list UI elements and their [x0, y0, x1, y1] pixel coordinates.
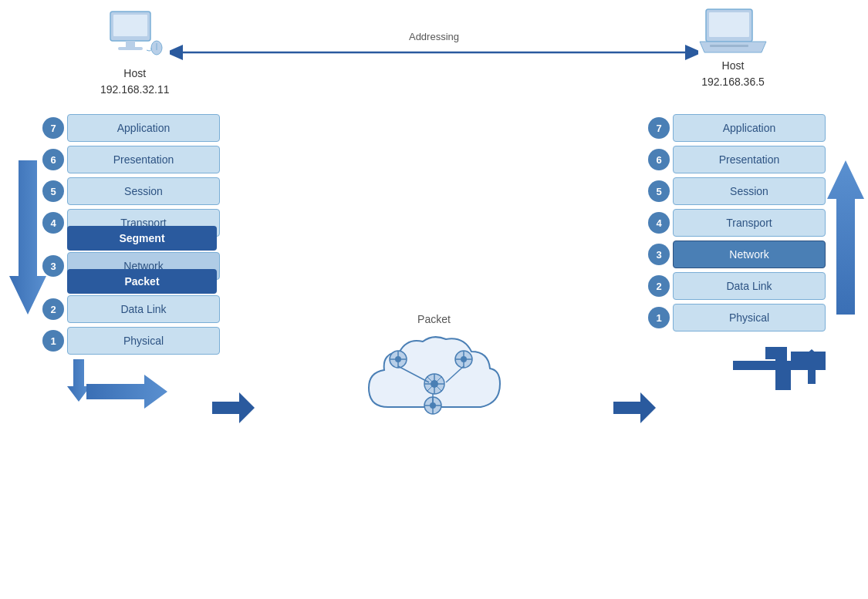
right-flow-arrow	[613, 392, 656, 426]
packet-overlay: Packet	[67, 269, 217, 294]
layer-application-right: Application	[673, 114, 826, 142]
svg-marker-35	[212, 392, 255, 423]
layer-presentation-left: Presentation	[67, 146, 220, 173]
addressing-arrow	[170, 45, 698, 60]
left-flow-arrow	[212, 392, 255, 426]
layer-row-3-right: 3 Network	[648, 241, 826, 268]
layer-row-2-right: 2 Data Link	[648, 272, 826, 300]
layer-row-1-right: 1 Physical	[648, 304, 826, 331]
down-arrow	[9, 160, 46, 318]
badge-6-right: 6	[648, 149, 670, 170]
layer-transport-right: Transport	[673, 209, 826, 237]
left-host-label: Host 192.168.32.11	[100, 66, 170, 98]
badge-3-left: 3	[42, 255, 64, 277]
svg-rect-8	[710, 45, 748, 47]
right-osi-stack: 7 Application 6 Presentation 5 Session 4…	[648, 114, 826, 390]
layer-row-4-left: 4 Transport Segment	[42, 209, 220, 237]
badge-4-right: 4	[648, 212, 670, 234]
svg-marker-10	[9, 160, 46, 315]
addressing-label: Addressing	[409, 31, 459, 42]
layer-network-right: Network	[673, 241, 826, 268]
badge-2-right: 2	[648, 275, 670, 297]
left-host: Host 192.168.32.11	[100, 8, 170, 98]
desktop-icon	[104, 8, 166, 66]
layer-application-left: Application	[67, 114, 220, 142]
badge-7-right: 7	[648, 117, 670, 139]
packet-label-middle: Packet	[417, 313, 451, 325]
svg-marker-39	[827, 160, 864, 315]
svg-rect-1	[113, 15, 147, 36]
layer-row-5-left: 5 Session	[42, 177, 220, 205]
layer-physical-right: Physical	[673, 304, 826, 331]
layer-row-6-right: 6 Presentation	[648, 146, 826, 173]
svg-marker-12	[86, 375, 167, 409]
badge-7-left: 7	[42, 117, 64, 139]
layer-presentation-right: Presentation	[673, 146, 826, 173]
badge-3-right: 3	[648, 244, 670, 265]
badge-4-left: 4	[42, 212, 64, 234]
svg-rect-7	[709, 12, 749, 37]
badge-1-left: 1	[42, 330, 64, 352]
layer-row-7-right: 7 Application	[648, 114, 826, 142]
layer-row-1-left: 1 Physical	[42, 327, 220, 355]
bottom-right-arrows	[648, 336, 826, 390]
layer-row-3-left: 3 Network Packet	[42, 252, 220, 280]
layer-row-2-left: 2 Data Link	[42, 295, 220, 323]
badge-1-right: 1	[648, 307, 670, 328]
layer-session-right: Session	[673, 177, 826, 205]
left-osi-stack: 7 Application 6 Presentation 5 Session 4…	[42, 114, 220, 416]
svg-rect-3	[118, 47, 143, 50]
svg-rect-2	[126, 41, 135, 47]
layer-datalink-left: Data Link	[67, 295, 220, 323]
layer-session-left: Session	[67, 177, 220, 205]
badge-5-left: 5	[42, 180, 64, 202]
layer-datalink-right: Data Link	[673, 272, 826, 300]
layer-row-6-left: 6 Presentation	[42, 146, 220, 173]
diagram-area: 7 Application 6 Presentation 5 Session 4…	[0, 114, 868, 492]
right-host: Host 192.168.36.5	[698, 8, 768, 90]
badge-2-left: 2	[42, 298, 64, 320]
layer-physical-left: Physical	[67, 327, 220, 355]
segment-overlay: Segment	[67, 226, 217, 251]
middle-section: Packet	[220, 114, 648, 492]
badge-6-left: 6	[42, 149, 64, 170]
layer-row-5-right: 5 Session	[648, 177, 826, 205]
network-cloud	[365, 330, 504, 430]
up-arrow	[827, 160, 864, 318]
layer-row-7-left: 7 Application	[42, 114, 220, 142]
addressing-area: Addressing	[170, 31, 698, 60]
cloud-section: Packet	[365, 313, 504, 430]
right-host-label: Host 192.168.36.5	[701, 58, 765, 90]
svg-marker-34	[613, 392, 656, 423]
laptop-icon	[698, 8, 768, 58]
bottom-left-arrows	[67, 359, 220, 416]
layer-row-4-right: 4 Transport	[648, 209, 826, 237]
badge-5-right: 5	[648, 180, 670, 202]
